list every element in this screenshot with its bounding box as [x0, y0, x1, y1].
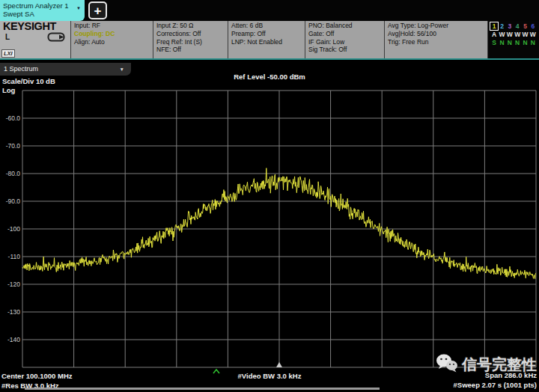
trace-number-4[interactable]: 4	[514, 22, 521, 30]
keysight-logo: KEYSIGHT	[3, 22, 67, 31]
trace-type-5[interactable]: W	[521, 31, 529, 38]
setting-preamp: Preamp: Off	[231, 30, 302, 38]
trace-detector-3[interactable]: N	[506, 39, 514, 46]
tab-title: Spectrum Analyzer 1	[3, 1, 82, 10]
settings-header: KEYSIGHT L LXI Input: RF Coupling: DC Al…	[0, 21, 539, 60]
setting-atten: Atten: 6 dB	[231, 22, 302, 30]
trace-number-1[interactable]: 1	[490, 22, 498, 30]
tab-dropdown-icon[interactable]: ▼	[76, 4, 81, 13]
trace-type-1[interactable]: A	[490, 31, 498, 38]
spectrum-graticule	[0, 60, 539, 392]
tab-subtitle: Swept SA	[3, 10, 82, 18]
center-frequency-marker	[276, 362, 282, 367]
pno-settings-panel[interactable]: PNO: Balanced Gate: Off IF Gain: Low Sig…	[305, 21, 385, 58]
add-tab-button[interactable]: +	[88, 1, 107, 19]
setting-sig-track: Sig Track: Off	[308, 46, 381, 54]
trace-detector-6[interactable]: N	[529, 39, 537, 46]
grid-lines	[22, 91, 536, 367]
setting-trig: Trig: Free Run	[388, 38, 484, 46]
tab-spectrum-analyzer[interactable]: Spectrum Analyzer 1 Swept SA ▼	[0, 0, 85, 21]
trace-legend-grid: 123456AWWWWWSNNNNN	[490, 22, 537, 46]
spectrum-display: 1 Spectrum ▼ Scale/Div 10 dB Log Ref Lev…	[0, 60, 539, 392]
setting-corrections: Corrections: Off	[156, 30, 225, 38]
mode-letter: L	[5, 34, 10, 42]
input-settings-panel[interactable]: Input: RF Coupling: DC Align: Auto	[71, 21, 153, 58]
wechat-icon	[436, 353, 458, 376]
setting-if-gain: IF Gain: Low	[308, 38, 381, 46]
setting-pno: PNO: Balanced	[308, 22, 381, 30]
trace-number-3[interactable]: 3	[506, 22, 514, 30]
setting-gate: Gate: Off	[308, 30, 381, 38]
lxi-badge: LXI	[1, 49, 15, 58]
trace-number-6[interactable]: 6	[529, 22, 537, 30]
continuous-sweep-icon[interactable]	[47, 32, 65, 44]
impedance-settings-panel[interactable]: Input Z: 50 Ω Corrections: Off Freq Ref:…	[153, 21, 228, 58]
setting-lnp: LNP: Not Enabled	[231, 38, 302, 46]
setting-avg-type: Avg Type: Log-Power	[388, 22, 484, 30]
setting-coupling: Coupling: DC	[74, 30, 150, 38]
trace-detector-1[interactable]: S	[490, 39, 498, 46]
bottom-progress-strip	[25, 388, 380, 390]
avg-settings-panel[interactable]: Avg Type: Log-Power Avg|Hold: 56/100 Tri…	[385, 21, 488, 58]
watermark: 信号完整性	[436, 353, 537, 376]
trace-type-4[interactable]: W	[514, 31, 521, 38]
setting-avg-hold: Avg|Hold: 56/100	[388, 30, 484, 38]
trace-number-2[interactable]: 2	[498, 22, 505, 30]
trace-detector-4[interactable]: N	[514, 39, 521, 46]
setting-input: Input: RF	[74, 22, 150, 30]
watermark-text: 信号完整性	[462, 355, 537, 375]
spectrum-analyzer-screen: Spectrum Analyzer 1 Swept SA ▼ + KEYSIGH…	[0, 0, 539, 392]
tab-bar: Spectrum Analyzer 1 Swept SA ▼ +	[0, 0, 539, 21]
trace-type-6[interactable]: W	[529, 31, 537, 38]
setting-align: Align: Auto	[74, 38, 150, 46]
setting-freq-ref: Freq Ref: Int (S)	[156, 38, 225, 46]
trace-type-3[interactable]: W	[506, 31, 514, 38]
trace-detector-5[interactable]: N	[521, 39, 529, 46]
atten-settings-panel[interactable]: Atten: 6 dB Preamp: Off LNP: Not Enabled	[228, 21, 305, 58]
sweep-readout[interactable]: #Sweep 2.07 s (1001 pts)	[454, 381, 537, 389]
setting-input-z: Input Z: 50 Ω	[156, 22, 225, 30]
trace-number-5[interactable]: 5	[521, 22, 529, 30]
setting-nfe: NFE: Off	[156, 46, 225, 54]
trace-type-2[interactable]: W	[498, 31, 505, 38]
trace-detector-2[interactable]: N	[498, 39, 505, 46]
keysight-logo-panel: KEYSIGHT L LXI	[0, 21, 71, 58]
trace-legend-panel[interactable]: 123456AWWWWWSNNNNN	[488, 21, 539, 58]
